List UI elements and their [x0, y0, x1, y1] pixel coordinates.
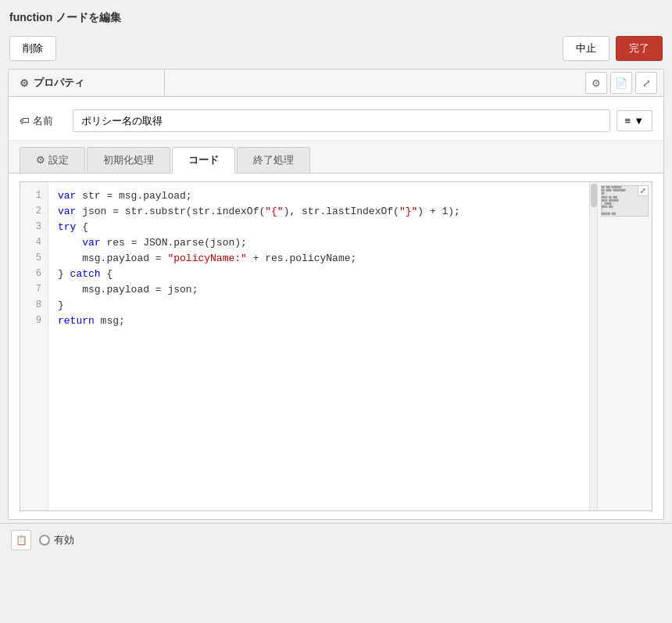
expand-icon-btn[interactable]: ⤢	[635, 72, 657, 94]
code-editor[interactable]: 1 2 3 4 5 6 7 8 9 var str = msg.payload;…	[20, 181, 652, 511]
code-line-8: }	[58, 298, 588, 313]
line-num-2: 2	[20, 204, 48, 220]
name-input[interactable]	[73, 109, 610, 132]
code-editor-wrapper: 1 2 3 4 5 6 7 8 9 var str = msg.payload;…	[9, 174, 663, 519]
gear-icon: ⚙	[20, 77, 29, 89]
code-line-5: msg.payload = "policyName:" + res.policy…	[58, 251, 588, 267]
footer-doc-btn[interactable]: 📋	[11, 530, 31, 550]
toolbar: 削除 中止 完了	[0, 31, 672, 66]
window-title: function ノードを編集	[9, 11, 121, 23]
properties-section: 🏷 名前 ≡ ▼	[9, 97, 663, 141]
title-bar: function ノードを編集	[0, 8, 672, 31]
name-label: 🏷 名前	[20, 114, 66, 128]
expand-code-btn[interactable]: ⤢	[638, 185, 649, 196]
minimap-panel: ██ ███ ███████ ██ ████ █████████ ██ { ██…	[597, 182, 652, 510]
tab-settings[interactable]: ⚙ 設定	[20, 147, 85, 173]
toolbar-left: 削除	[9, 36, 56, 61]
line-num-8: 8	[20, 298, 48, 313]
name-dropdown-btn[interactable]: ≡ ▼	[617, 110, 652, 131]
done-button[interactable]: 完了	[616, 36, 663, 61]
code-line-9: return msg;	[58, 313, 588, 329]
line-num-4: 4	[20, 235, 48, 251]
valid-label: 有効	[54, 533, 74, 547]
window: function ノードを編集 削除 中止 完了 ⚙ プロパティ ⚙ 📄 ⤢	[0, 0, 672, 623]
doc-icon-btn[interactable]: 📄	[610, 72, 632, 94]
code-line-3: try {	[58, 220, 588, 235]
line-num-9: 9	[20, 313, 48, 329]
scrollbar-thumb[interactable]	[591, 184, 597, 207]
line-num-6: 6	[20, 267, 48, 282]
code-line-4: var res = JSON.parse(json);	[58, 235, 588, 251]
code-line-6: } catch {	[58, 267, 588, 282]
tab-cleanup[interactable]: 終了処理	[237, 147, 310, 173]
code-line-1: var str = msg.payload;	[58, 188, 588, 204]
dropdown-arrow: ▼	[634, 115, 644, 127]
property-row-name: 🏷 名前 ≡ ▼	[20, 109, 652, 132]
footer-bar: 📋 有効	[0, 523, 672, 557]
scrollbar-vertical[interactable]	[589, 182, 597, 510]
valid-radio-label[interactable]: 有効	[39, 533, 74, 547]
panel-header: ⚙ プロパティ ⚙ 📄 ⤢	[9, 70, 663, 97]
line-num-7: 7	[20, 282, 48, 298]
delete-button[interactable]: 削除	[9, 36, 56, 61]
line-num-3: 3	[20, 220, 48, 235]
code-content[interactable]: var str = msg.payload; var json = str.su…	[48, 182, 597, 510]
tag-icon: 🏷	[20, 115, 30, 127]
code-line-7: msg.payload = json;	[58, 282, 588, 298]
tabs-bar: ⚙ 設定 初期化処理 コード 終了処理	[9, 141, 663, 174]
code-line-2: var json = str.substr(str.indexOf("{"), …	[58, 204, 588, 220]
line-numbers: 1 2 3 4 5 6 7 8 9	[20, 182, 48, 510]
properties-label: プロパティ	[34, 76, 84, 90]
tab-code[interactable]: コード	[172, 147, 235, 174]
tab-init[interactable]: 初期化処理	[87, 147, 170, 173]
panel-header-left: ⚙ プロパティ	[9, 70, 165, 96]
cancel-button[interactable]: 中止	[563, 36, 609, 61]
line-num-1: 1	[20, 188, 48, 204]
format-icon: ≡	[625, 115, 631, 127]
line-num-5: 5	[20, 251, 48, 267]
toolbar-right: 中止 完了	[563, 36, 663, 61]
panel-header-right: ⚙ 📄 ⤢	[165, 72, 663, 94]
settings-icon-btn[interactable]: ⚙	[585, 72, 607, 94]
main-panel: ⚙ プロパティ ⚙ 📄 ⤢ 🏷 名前 ≡ ▼	[8, 69, 664, 520]
code-editor-inner: 1 2 3 4 5 6 7 8 9 var str = msg.payload;…	[20, 182, 652, 510]
tab-settings-gear: ⚙	[36, 154, 48, 166]
valid-radio[interactable]	[39, 535, 50, 546]
